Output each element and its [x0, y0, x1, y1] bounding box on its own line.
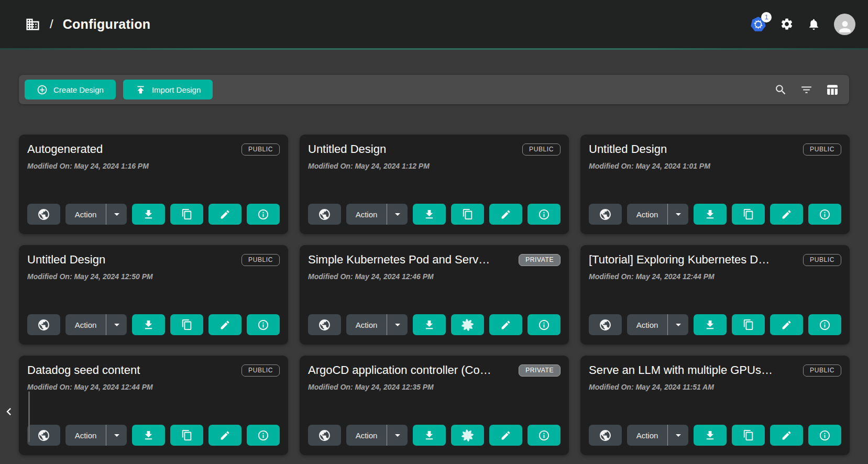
- action-dropdown-caret[interactable]: [106, 204, 127, 225]
- edit-button[interactable]: [770, 204, 803, 225]
- download-icon: [704, 208, 716, 220]
- edit-button[interactable]: [489, 204, 522, 225]
- download-button[interactable]: [413, 204, 446, 225]
- filter-button[interactable]: [800, 83, 813, 96]
- info-button[interactable]: [528, 425, 561, 446]
- download-icon: [142, 429, 155, 441]
- table-view-button[interactable]: [826, 83, 839, 96]
- action-dropdown-caret[interactable]: [106, 314, 127, 335]
- action-dropdown-caret[interactable]: [387, 425, 408, 446]
- action-button[interactable]: Action: [627, 425, 667, 446]
- edit-button[interactable]: [770, 425, 803, 446]
- notifications-button[interactable]: [807, 18, 820, 31]
- header-actions: 1: [750, 14, 855, 35]
- edit-button[interactable]: [770, 314, 803, 335]
- info-button[interactable]: [528, 314, 561, 335]
- download-button[interactable]: [694, 204, 727, 225]
- visibility-globe-button[interactable]: [27, 314, 60, 335]
- clone-button[interactable]: [732, 314, 765, 335]
- visibility-globe-button[interactable]: [308, 204, 341, 225]
- meshery-swirl-button[interactable]: [451, 425, 484, 446]
- design-card: Untitled Design PUBLIC Modified On: May …: [300, 135, 569, 234]
- organization-building-icon[interactable]: [25, 17, 40, 32]
- visibility-badge: PRIVATE: [519, 254, 561, 266]
- modified-date: Modified On: May 24, 2024 12:44 PM: [27, 383, 280, 391]
- info-button[interactable]: [247, 425, 280, 446]
- kubernetes-context-button[interactable]: 1: [750, 16, 766, 32]
- edit-button[interactable]: [208, 204, 241, 225]
- edit-button[interactable]: [489, 314, 522, 335]
- settings-button[interactable]: [780, 17, 794, 31]
- info-button[interactable]: [528, 204, 561, 225]
- edit-button[interactable]: [489, 425, 522, 446]
- action-button[interactable]: Action: [346, 314, 387, 335]
- meshery-swirl-button[interactable]: [451, 314, 484, 335]
- action-button[interactable]: Action: [627, 204, 667, 225]
- modified-date: Modified On: May 24, 2024 1:01 PM: [589, 162, 841, 170]
- action-button[interactable]: Action: [627, 314, 667, 335]
- download-button[interactable]: [132, 204, 165, 225]
- header-accent-line: [0, 48, 868, 50]
- import-design-button[interactable]: Import Design: [123, 80, 213, 100]
- visibility-globe-button[interactable]: [308, 425, 341, 446]
- action-dropdown-caret[interactable]: [667, 314, 688, 335]
- user-avatar-button[interactable]: [834, 14, 855, 35]
- action-button[interactable]: Action: [346, 425, 387, 446]
- action-button[interactable]: Action: [65, 204, 106, 225]
- create-design-button[interactable]: Create Design: [25, 80, 116, 100]
- download-button[interactable]: [132, 314, 165, 335]
- search-button[interactable]: [774, 83, 787, 96]
- info-icon: [538, 319, 550, 331]
- visibility-globe-button[interactable]: [27, 204, 60, 225]
- info-button[interactable]: [808, 425, 841, 446]
- action-dropdown-caret[interactable]: [667, 204, 688, 225]
- visibility-globe-button[interactable]: [308, 314, 341, 335]
- kubernetes-context-count-badge: 1: [761, 12, 772, 23]
- globe-icon: [599, 429, 612, 442]
- action-dropdown-caret[interactable]: [106, 425, 127, 446]
- pencil-icon: [500, 209, 511, 220]
- info-button[interactable]: [808, 204, 841, 225]
- action-dropdown-caret[interactable]: [387, 314, 408, 335]
- download-button[interactable]: [413, 425, 446, 446]
- visibility-globe-button[interactable]: [27, 425, 60, 446]
- clone-button[interactable]: [732, 204, 765, 225]
- collapse-drawer-chevron[interactable]: [2, 404, 16, 421]
- edit-button[interactable]: [208, 314, 241, 335]
- chevron-down-icon: [111, 208, 123, 220]
- action-dropdown-caret[interactable]: [387, 204, 408, 225]
- meshery-swirl-icon: [460, 318, 475, 332]
- clone-button[interactable]: [170, 204, 203, 225]
- info-icon: [538, 429, 550, 441]
- visibility-globe-button[interactable]: [589, 425, 622, 446]
- visibility-globe-button[interactable]: [589, 204, 622, 225]
- action-button[interactable]: Action: [346, 204, 387, 225]
- card-header: Untitled Design PUBLIC: [27, 253, 280, 267]
- clone-button[interactable]: [732, 425, 765, 446]
- card-header: Untitled Design PUBLIC: [589, 142, 841, 156]
- download-button[interactable]: [413, 314, 446, 335]
- download-button[interactable]: [694, 314, 727, 335]
- copy-icon: [181, 429, 193, 441]
- info-icon: [257, 208, 269, 220]
- visibility-globe-button[interactable]: [589, 314, 622, 335]
- design-card: [Tutorial] Exploring Kubernetes D… PUBLI…: [580, 245, 850, 345]
- clone-button[interactable]: [451, 204, 484, 225]
- pencil-icon: [219, 430, 230, 441]
- action-button[interactable]: Action: [65, 425, 106, 446]
- copy-icon: [743, 429, 754, 441]
- action-button[interactable]: Action: [65, 314, 106, 335]
- visibility-badge: PUBLIC: [803, 254, 841, 266]
- download-button[interactable]: [694, 425, 727, 446]
- clone-button[interactable]: [170, 314, 203, 335]
- plus-circle-icon: [37, 84, 48, 95]
- info-button[interactable]: [808, 314, 841, 335]
- design-title: [Tutorial] Exploring Kubernetes D…: [589, 253, 776, 267]
- clone-button[interactable]: [170, 425, 203, 446]
- meshery-swirl-icon: [460, 428, 475, 443]
- action-dropdown-caret[interactable]: [667, 425, 688, 446]
- edit-button[interactable]: [208, 425, 241, 446]
- download-button[interactable]: [132, 425, 165, 446]
- info-button[interactable]: [247, 314, 280, 335]
- info-button[interactable]: [247, 204, 280, 225]
